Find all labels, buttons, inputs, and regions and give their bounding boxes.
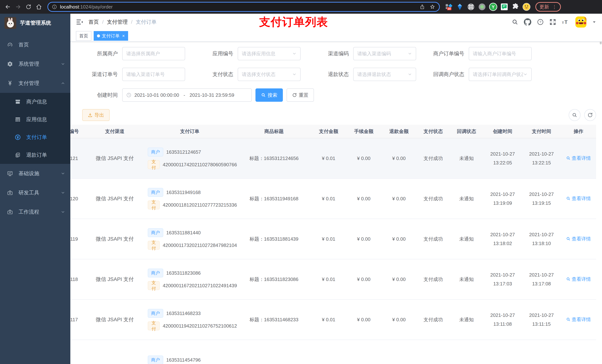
extension-grid-icon[interactable]: 10 xyxy=(444,2,453,11)
pay-order-line: 支付4200001174202110278060590766 xyxy=(148,160,237,169)
share-icon[interactable] xyxy=(419,4,425,10)
merchant-tag: 商户 xyxy=(148,269,163,277)
breadcrumb-item[interactable]: 首页 xyxy=(88,19,99,26)
sidebar-item-dev-tools[interactable]: 研发工具 xyxy=(0,183,70,202)
gear-icon xyxy=(7,61,13,67)
view-detail-link[interactable]: 查看详情 xyxy=(566,236,591,242)
merchant-order-no: 1635311454796 xyxy=(166,357,201,363)
font-size-icon[interactable]: TT xyxy=(562,19,570,25)
col-回调状态: 回调状态 xyxy=(450,125,483,138)
col-退款金额: 退款金额 xyxy=(381,125,417,138)
breadcrumb-item[interactable]: 支付管理 xyxy=(107,19,128,26)
cell-refund: ¥ 0.00 xyxy=(381,138,417,178)
sidebar-item-home[interactable]: 首页 xyxy=(0,35,70,54)
merchant-tag: 商户 xyxy=(148,309,163,318)
filter-pay-status-select[interactable]: 请选择支付状态 xyxy=(238,68,301,81)
cell-pay-status xyxy=(417,340,450,364)
pay-time: 13:17:08 xyxy=(522,279,561,288)
header-search-icon[interactable] xyxy=(512,19,518,25)
extensions-puzzle-icon[interactable] xyxy=(511,2,520,11)
url-bar[interactable]: localhost:1024/pay/order xyxy=(47,2,440,12)
site-info-icon[interactable] xyxy=(52,4,57,10)
cell-refund: ¥ 0.00 xyxy=(381,178,417,219)
view-detail-link[interactable]: 查看详情 xyxy=(566,195,591,202)
user-menu-caret-icon[interactable] xyxy=(592,20,596,24)
filter-channel-order-no-input[interactable]: 请输入渠道订单号 xyxy=(122,68,185,81)
browser-update-button[interactable]: 更新 ⋮ xyxy=(535,2,561,12)
cell-notify-status: 未通知 xyxy=(450,138,483,178)
filter-notify-status-select[interactable]: 请选择订单回调商户状态 xyxy=(469,68,532,81)
extension-recorder-icon[interactable] xyxy=(478,2,486,11)
cell-create-time: 2021-10-2713:19:09 xyxy=(483,178,522,219)
pay-date: 2021-10-27 xyxy=(522,149,561,158)
sidebar-item-workflow[interactable]: 工作流程 xyxy=(0,202,70,222)
placeholder-text: 请选择支付状态 xyxy=(242,71,275,78)
toggle-search-icon[interactable] xyxy=(569,109,580,121)
filter-channel-code: 渠道编码请输入渠道编码 xyxy=(305,47,420,60)
view-detail-link[interactable]: 查看详情 xyxy=(566,316,591,323)
profile-emoji-icon[interactable] xyxy=(522,2,531,11)
close-icon[interactable]: × xyxy=(122,34,125,38)
sidebar-toggle-icon[interactable] xyxy=(76,18,83,26)
sidebar-menu: 首页系统管理支付管理商户信息应用信息支付订单退款订单基础设施研发工具工作流程 xyxy=(0,32,70,222)
filter-refund-status-select[interactable]: 请选择退款状态 xyxy=(353,68,416,81)
extension-gem-icon[interactable] xyxy=(455,2,464,11)
col-手续金额: 手续金额 xyxy=(346,125,381,138)
extension-command-icon[interactable] xyxy=(466,2,475,11)
view-detail-link[interactable]: 查看详情 xyxy=(566,155,591,161)
extension-chat-icon[interactable] xyxy=(500,2,509,11)
search-button[interactable]: 搜索 xyxy=(256,88,283,102)
create-time-range-picker[interactable]: 2021-10-01 00:00:00 - 2021-10-31 23:59:5… xyxy=(122,88,252,102)
filter-merchant-input[interactable]: 请选择所属商户 xyxy=(122,47,185,60)
sidebar-item-pay-order[interactable]: 支付订单 xyxy=(0,128,70,146)
sidebar-item-system[interactable]: 系统管理 xyxy=(0,54,70,74)
cell-pay-status: 支付成功 xyxy=(417,300,450,340)
refresh-table-icon[interactable] xyxy=(584,109,596,121)
filter-notify-status: 回调商户状态请选择订单回调商户状态 xyxy=(420,68,536,81)
chevron-down-icon xyxy=(61,62,65,66)
filter-channel-code-select[interactable]: 请输入渠道编码 xyxy=(353,47,416,60)
cell-amount: ¥ 0.01 xyxy=(311,300,346,340)
cell-notify-status: 未通知 xyxy=(450,259,483,300)
sidebar-item-app-info[interactable]: 应用信息 xyxy=(0,111,70,128)
export-button[interactable]: 导出 xyxy=(82,109,110,121)
sidebar-item-refund-order[interactable]: 退款订单 xyxy=(0,146,70,164)
browser-back-button[interactable] xyxy=(3,2,13,12)
sidebar-item-pay[interactable]: 支付管理 xyxy=(0,74,70,93)
browser-home-button[interactable] xyxy=(34,2,44,12)
pay-date: 2021-10-27 xyxy=(522,230,561,239)
extension-y-icon[interactable]: Y xyxy=(489,2,498,11)
sidebar-logo[interactable]: 芋道管理系统 xyxy=(0,14,70,32)
filter-merchant-order-no-label: 商户订单编号 xyxy=(420,50,469,57)
reset-button[interactable]: 重置 xyxy=(287,88,314,102)
tab-支付订单[interactable]: 支付订单× xyxy=(94,31,128,41)
table-row: 120微信 JSAPI 支付商户1635311949168支付420000118… xyxy=(70,178,596,219)
bookmark-star-icon[interactable] xyxy=(430,4,435,10)
sidebar-item-merchant-info[interactable]: 商户信息 xyxy=(0,93,70,111)
github-icon[interactable] xyxy=(524,18,531,26)
merchant-tag: 商户 xyxy=(148,355,163,364)
view-detail-link[interactable]: 查看详情 xyxy=(566,276,591,282)
fullscreen-icon[interactable] xyxy=(549,19,556,25)
user-avatar[interactable] xyxy=(575,16,586,28)
date-separator: - xyxy=(183,92,185,98)
create-date: 2021-10-27 xyxy=(483,311,522,320)
sidebar-submenu-pay: 商户信息应用信息支付订单退款订单 xyxy=(0,93,70,164)
browser-menu-icon[interactable]: ⋮ xyxy=(552,4,557,10)
help-icon[interactable]: ? xyxy=(537,19,544,26)
filter-notify-status-label: 回调商户状态 xyxy=(420,71,469,78)
pay-tag: 支付 xyxy=(148,160,160,169)
browser-reload-button[interactable] xyxy=(24,2,33,12)
cell-pay-channel: 微信 JSAPI 支付 xyxy=(87,300,142,340)
pay-order-line: 支付4200001194202110276752100612 xyxy=(148,322,237,330)
filter-app-no-select[interactable]: 请选择应用信息 xyxy=(238,47,301,60)
date-end-value: 2021-10-31 23:59:59 xyxy=(190,92,234,98)
dashboard-icon xyxy=(7,42,13,48)
cell-pay-order: 商户1635311949168支付42000011812021102777232… xyxy=(142,178,237,219)
sidebar-item-infra[interactable]: 基础设施 xyxy=(0,164,70,183)
tab-首页[interactable]: 首页 xyxy=(76,31,91,41)
filter-merchant-order-no-input[interactable]: 请输入商户订单编号 xyxy=(469,47,532,60)
browser-forward-button[interactable] xyxy=(13,2,23,12)
grid-icon xyxy=(14,116,21,123)
cell-create-time: 2021-10-2713:11:08 xyxy=(483,300,522,340)
